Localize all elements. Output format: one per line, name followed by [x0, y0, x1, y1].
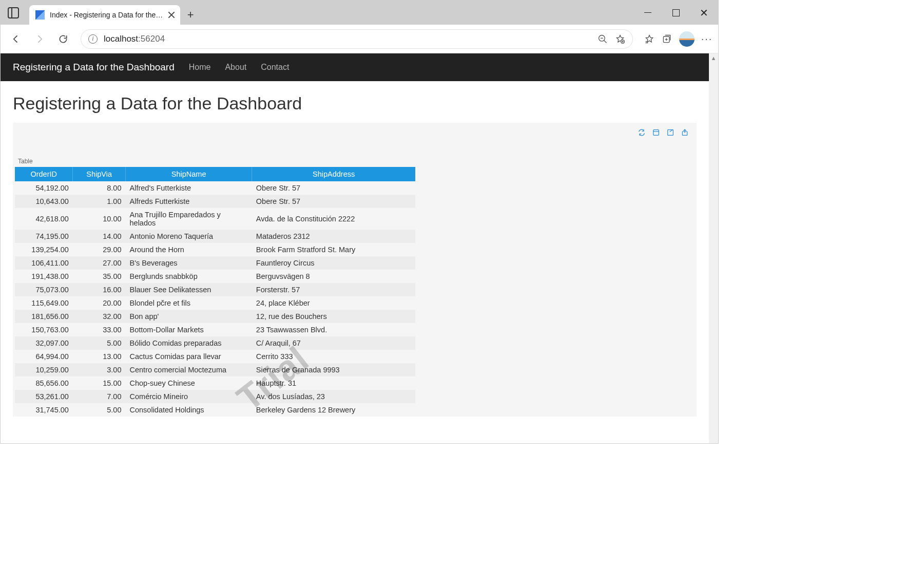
cell-shipaddr: Sierras de Granada 9993 [252, 363, 415, 376]
new-tab-button[interactable]: + [180, 5, 201, 25]
col-header-shipaddr[interactable]: ShipAddress [252, 167, 415, 181]
table-row[interactable]: 54,192.008.00Alfred's FutterkisteObere S… [15, 181, 415, 195]
cell-orderid: 115,649.00 [15, 296, 73, 310]
cell-shipaddr: C/ Araquil, 67 [252, 336, 415, 350]
export-dashboard-icon[interactable] [680, 128, 689, 137]
window-close-button[interactable]: ✕ [690, 1, 718, 25]
dashboard-panel: Table OrderID ShipVia ShipName ShipAddre… [13, 123, 697, 417]
zoom-out-icon[interactable] [598, 34, 608, 44]
brand[interactable]: Registering a Data for the Dashboard [13, 62, 175, 73]
table-row[interactable]: 42,618.0010.00Ana Trujillo Emparedados y… [15, 208, 415, 230]
table-row[interactable]: 74,195.0014.00Antonio Moreno TaqueríaMat… [15, 230, 415, 243]
table-widget: Table OrderID ShipVia ShipName ShipAddre… [13, 137, 697, 417]
cell-shipvia: 7.00 [73, 390, 126, 403]
cell-shipaddr: Brook Farm Stratford St. Mary [252, 243, 415, 256]
cell-shipname: Cactus Comidas para llevar [126, 350, 252, 363]
cell-shipvia: 29.00 [73, 243, 126, 256]
tab-title: Index - Registering a Data for the… [50, 11, 163, 19]
cell-shipaddr: Forsterstr. 57 [252, 283, 415, 296]
cell-shipname: Alfreds Futterkiste [126, 195, 252, 208]
cell-shipname: Berglunds snabbköp [126, 270, 252, 283]
viewport: Registering a Data for the Dashboard Hom… [1, 53, 718, 443]
table-row[interactable]: 150,763.0033.00Bottom-Dollar Markets23 T… [15, 323, 415, 336]
refresh-dashboard-icon[interactable] [637, 128, 646, 137]
browser-tab[interactable]: Index - Registering a Data for the… [29, 5, 180, 25]
table-row[interactable]: 32,097.005.00Bólido Comidas preparadasC/… [15, 336, 415, 350]
cell-shipaddr: Cerrito 333 [252, 350, 415, 363]
page-heading: Registering a Data for the Dashboard [13, 93, 697, 114]
table-row[interactable]: 85,656.0015.00Chop-suey ChineseHauptstr.… [15, 376, 415, 390]
cell-orderid: 85,656.00 [15, 376, 73, 390]
table-row[interactable]: 191,438.0035.00Berglunds snabbköpBerguvs… [15, 270, 415, 283]
cell-shipaddr: Av. dos Lusíadas, 23 [252, 390, 415, 403]
expand-dashboard-icon[interactable] [666, 128, 675, 137]
cell-shipname: Alfred's Futterkiste [126, 181, 252, 195]
window-maximize-button[interactable] [662, 1, 690, 25]
table-row[interactable]: 181,656.0032.00Bon app'12, rue des Bouch… [15, 310, 415, 323]
cell-orderid: 32,097.00 [15, 336, 73, 350]
cell-shipaddr: Mataderos 2312 [252, 230, 415, 243]
col-header-shipname[interactable]: ShipName [126, 167, 252, 181]
cell-orderid: 75,073.00 [15, 283, 73, 296]
more-icon[interactable]: ··· [702, 34, 712, 44]
scroll-up-icon[interactable]: ▲ [709, 53, 718, 63]
cell-shipvia: 5.00 [73, 336, 126, 350]
cell-shipname: Blauer See Delikatessen [126, 283, 252, 296]
table-row[interactable]: 64,994.0013.00Cactus Comidas para llevar… [15, 350, 415, 363]
cell-shipname: Blondel pčre et fils [126, 296, 252, 310]
cell-shipname: Consolidated Holdings [126, 403, 252, 417]
collections-icon[interactable] [662, 34, 672, 44]
cell-shipname: Around the Horn [126, 243, 252, 256]
table-row[interactable]: 10,259.003.00Centro comercial MoctezumaS… [15, 363, 415, 376]
cell-shipaddr: 23 Tsawwassen Blvd. [252, 323, 415, 336]
table-row[interactable]: 31,745.005.00Consolidated HoldingsBerkel… [15, 403, 415, 417]
refresh-button[interactable] [54, 30, 72, 48]
profile-avatar[interactable] [679, 31, 695, 47]
forward-button[interactable] [30, 30, 49, 48]
col-header-shipvia[interactable]: ShipVia [73, 167, 126, 181]
scroll-thumb[interactable] [709, 63, 718, 443]
cell-shipvia: 33.00 [73, 323, 126, 336]
cell-shipvia: 8.00 [73, 181, 126, 195]
table-row[interactable]: 115,649.0020.00Blondel pčre et fils24, p… [15, 296, 415, 310]
address-bar[interactable]: i localhost:56204 [81, 29, 633, 49]
table-row[interactable]: 139,254.0029.00Around the HornBrook Farm… [15, 243, 415, 256]
cell-orderid: 54,192.00 [15, 181, 73, 195]
favorite-add-icon[interactable] [615, 34, 625, 44]
favicon-icon [35, 10, 45, 20]
cell-orderid: 64,994.00 [15, 350, 73, 363]
cell-orderid: 74,195.00 [15, 230, 73, 243]
cell-shipname: Antonio Moreno Taquería [126, 230, 252, 243]
vertical-scrollbar[interactable]: ▲ [709, 53, 718, 443]
table-row[interactable]: 75,073.0016.00Blauer See DelikatessenFor… [15, 283, 415, 296]
browser-toolbar: i localhost:56204 ··· [1, 25, 718, 53]
back-button[interactable] [7, 30, 25, 48]
cell-orderid: 106,411.00 [15, 256, 73, 270]
site-info-icon[interactable]: i [88, 34, 98, 44]
cell-orderid: 10,259.00 [15, 363, 73, 376]
cell-shipvia: 5.00 [73, 403, 126, 417]
favorites-icon[interactable] [644, 34, 654, 44]
nav-link-home[interactable]: Home [189, 63, 211, 72]
col-header-orderid[interactable]: OrderID [15, 167, 73, 181]
tab-actions-icon[interactable] [8, 7, 19, 18]
cell-orderid: 150,763.00 [15, 323, 73, 336]
cell-shipvia: 20.00 [73, 296, 126, 310]
table-row[interactable]: 10,643.001.00Alfreds FutterkisteObere St… [15, 195, 415, 208]
nav-link-contact[interactable]: Contact [261, 63, 289, 72]
cell-shipaddr: Berkeley Gardens 12 Brewery [252, 403, 415, 417]
cell-shipvia: 1.00 [73, 195, 126, 208]
table-row[interactable]: 106,411.0027.00B's BeveragesFauntleroy C… [15, 256, 415, 270]
table-row[interactable]: 53,261.007.00Comércio MineiroAv. dos Lus… [15, 390, 415, 403]
dashboard-toolbar [13, 123, 697, 137]
cell-orderid: 31,745.00 [15, 403, 73, 417]
cell-shipvia: 10.00 [73, 208, 126, 230]
page-content: Registering a Data for the Dashboard Hom… [1, 53, 709, 443]
cell-shipname: B's Beverages [126, 256, 252, 270]
table-header-row: OrderID ShipVia ShipName ShipAddress [15, 167, 415, 181]
cell-orderid: 139,254.00 [15, 243, 73, 256]
settings-dashboard-icon[interactable] [651, 128, 661, 137]
nav-link-about[interactable]: About [225, 63, 246, 72]
close-tab-icon[interactable] [168, 11, 175, 18]
window-minimize-button[interactable] [633, 1, 662, 25]
